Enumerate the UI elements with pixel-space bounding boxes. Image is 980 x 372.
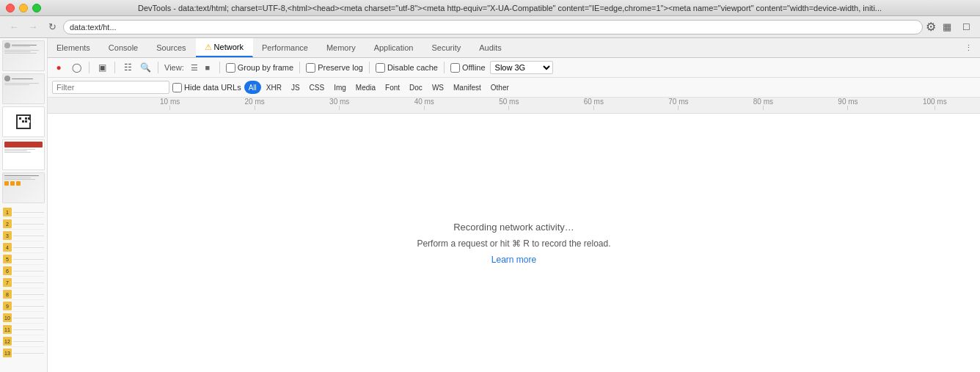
learn-more-link[interactable]: Learn more	[491, 255, 536, 265]
console-tab-label: Console	[109, 43, 138, 52]
offline-checkbox[interactable]: Offline	[450, 63, 486, 73]
search-button[interactable]: 🔍	[139, 61, 152, 74]
tab-application[interactable]: Application	[365, 38, 423, 57]
maximize-button[interactable]	[32, 4, 41, 12]
page-thumb-1[interactable]	[2, 40, 45, 71]
clear-button[interactable]: ◯	[70, 61, 83, 74]
url-bar[interactable]	[63, 20, 923, 34]
disable-cache-checkbox[interactable]: Disable cache	[376, 63, 438, 73]
close-button[interactable]	[6, 4, 15, 12]
undock-button[interactable]: ☐	[958, 19, 974, 35]
memory-tab-label: Memory	[326, 43, 356, 52]
security-tab-label: Security	[431, 43, 461, 52]
elements-tab-label: Elements	[56, 43, 90, 52]
tab-console[interactable]: Console	[100, 38, 147, 57]
back-button[interactable]: ←	[6, 19, 22, 35]
throttle-select[interactable]: Slow 3G Fast 3G Offline No throttling	[490, 61, 553, 74]
page-sidebar: 1 2 3 4 5	[0, 38, 48, 372]
browser-toolbar: ← → ↻ ⚙ ▦ ☐	[0, 16, 980, 38]
filter-manifest-button[interactable]: Manifest	[449, 81, 486, 94]
group-by-frame-checkbox[interactable]: Group by frame	[226, 63, 293, 73]
filter-other-button[interactable]: Other	[486, 81, 513, 94]
tab-memory[interactable]: Memory	[318, 38, 365, 57]
toolbar-divider-2	[114, 62, 115, 73]
page-thumbs-numbered: 1 2 3 4 5	[0, 205, 47, 360]
ruler-mark-7: 80 ms	[753, 98, 773, 110]
ruler-mark-5: 60 ms	[584, 98, 604, 110]
large-view-button[interactable]: ■	[202, 62, 213, 73]
tab-network[interactable]: ⚠ Network	[196, 38, 253, 57]
ruler-mark-0: 10 ms	[160, 98, 180, 110]
ruler-mark-9: 100 ms	[923, 98, 947, 110]
filter-font-button[interactable]: Font	[381, 81, 404, 94]
toolbar-divider-3	[158, 62, 158, 73]
devtools-panel: Elements Console Sources ⚠ Network Perfo…	[48, 38, 980, 372]
window-title: DevTools - data:text/html; charset=UTF-8…	[60, 4, 959, 12]
filter-bar: Hide data URLs All XHR JS CSS Img Media …	[48, 78, 980, 98]
filter-css-button[interactable]: CSS	[305, 81, 329, 94]
toolbar-divider-6	[369, 62, 370, 73]
filter-doc-button[interactable]: Doc	[405, 81, 427, 94]
performance-tab-label: Performance	[262, 43, 308, 52]
ruler-mark-4: 50 ms	[499, 98, 519, 110]
toolbar-divider-1	[89, 62, 89, 73]
network-content-area: Recording network activity… Perform a re…	[48, 114, 980, 372]
filter-ws-button[interactable]: WS	[428, 81, 448, 94]
devtools-tabs: Elements Console Sources ⚠ Network Perfo…	[48, 38, 980, 58]
filter-input[interactable]	[52, 81, 169, 94]
recording-message: Recording network activity…	[453, 222, 574, 233]
camera-button[interactable]: ▣	[95, 61, 109, 74]
minimize-button[interactable]	[19, 4, 28, 12]
forward-button[interactable]: →	[25, 19, 41, 35]
filter-xhr-button[interactable]: XHR	[262, 81, 286, 94]
filter-toggle-button[interactable]: ☷	[121, 61, 134, 74]
network-toolbar: ● ◯ ▣ ☷ 🔍 View: ☰ ■ Group by frame Prese…	[48, 58, 980, 78]
title-bar: DevTools - data:text/html; charset=UTF-8…	[0, 0, 980, 16]
ruler-mark-2: 30 ms	[329, 98, 349, 110]
traffic-lights	[6, 4, 41, 12]
list-view-button[interactable]: ☰	[189, 62, 200, 73]
page-thumb-2[interactable]	[2, 73, 45, 104]
toolbar-divider-5	[299, 62, 300, 73]
tab-elements[interactable]: Elements	[48, 38, 100, 57]
dock-button[interactable]: ▦	[939, 19, 955, 35]
network-tab-label: Network	[214, 43, 244, 51]
page-thumb-5[interactable]	[2, 172, 45, 203]
ruler-mark-3: 40 ms	[414, 98, 434, 110]
network-warning-icon: ⚠	[205, 43, 212, 52]
ruler-mark-8: 90 ms	[838, 98, 858, 110]
reload-button[interactable]: ↻	[44, 19, 60, 35]
sources-tab-label: Sources	[156, 43, 186, 52]
recording-hint: Perform a request or hit ⌘ R to record t…	[417, 238, 610, 249]
filter-img-button[interactable]: Img	[329, 81, 351, 94]
preserve-log-checkbox[interactable]: Preserve log	[306, 63, 363, 73]
ruler-mark-6: 70 ms	[668, 98, 688, 110]
tab-performance[interactable]: Performance	[253, 38, 318, 57]
ruler-marks: 10 ms20 ms30 ms40 ms50 ms60 ms70 ms80 ms…	[160, 98, 980, 114]
page-thumb-3[interactable]	[2, 106, 45, 137]
record-button[interactable]: ●	[52, 61, 65, 74]
timeline-ruler: 10 ms20 ms30 ms40 ms50 ms60 ms70 ms80 ms…	[48, 98, 980, 114]
filter-type-buttons: All XHR JS CSS Img Media Font Doc WS Man…	[244, 81, 513, 94]
more-tabs-button[interactable]: ⋮	[957, 38, 980, 57]
view-label: View:	[164, 63, 184, 72]
ruler-mark-1: 20 ms	[245, 98, 265, 110]
page-thumb-4[interactable]	[2, 139, 45, 170]
audits-tab-label: Audits	[479, 43, 502, 52]
tab-sources[interactable]: Sources	[147, 38, 195, 57]
devtools-icon: ⚙	[926, 20, 936, 34]
view-icons: ☰ ■	[189, 62, 213, 73]
application-tab-label: Application	[374, 43, 414, 52]
filter-js-button[interactable]: JS	[287, 81, 304, 94]
tab-audits[interactable]: Audits	[470, 38, 511, 57]
filter-media-button[interactable]: Media	[351, 81, 380, 94]
filter-all-button[interactable]: All	[244, 81, 261, 94]
toolbar-divider-7	[444, 62, 445, 73]
hide-data-urls-checkbox[interactable]: Hide data URLs	[172, 83, 241, 92]
tab-security[interactable]: Security	[423, 38, 470, 57]
toolbar-divider-4	[219, 62, 220, 73]
